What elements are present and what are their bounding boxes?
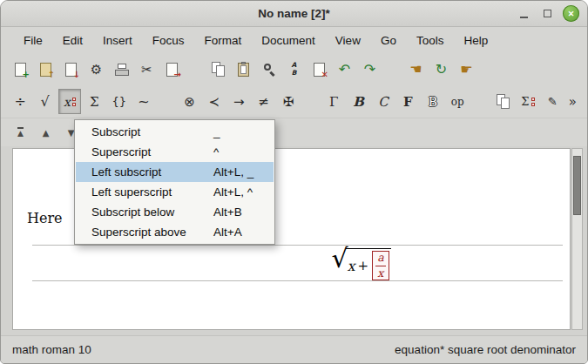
menu-format[interactable]: Format [196, 30, 251, 51]
titlebar[interactable]: No name [2]* ✕ [1, 1, 587, 27]
find-icon[interactable] [257, 57, 280, 82]
save-document-icon[interactable]: ↓ [59, 57, 83, 82]
pages-glyph [212, 62, 226, 77]
menu-item-subscript[interactable]: Subscript _ [76, 122, 274, 142]
menu-item-left-superscript[interactable]: Left superscript Alt+L, ^ [76, 182, 274, 202]
negation-icon[interactable]: ≠ [252, 89, 274, 114]
redo-icon[interactable]: ↷ [358, 57, 382, 82]
subsup-marks [531, 98, 535, 106]
reload-icon[interactable]: ↻ [429, 57, 453, 82]
cards-glyph [497, 94, 510, 109]
app-window: No name [2]* ✕ File Edit Insert Focus Fo… [0, 0, 588, 364]
subsup-marks [72, 98, 76, 106]
shortcut-label: Alt+B [213, 206, 267, 219]
toolbar-overflow-icon[interactable]: » [565, 89, 581, 114]
forward-icon[interactable]: ☛ [455, 57, 478, 82]
shortcut-label: Alt+L, ^ [213, 185, 267, 199]
wide-accent-icon[interactable]: ~ [132, 89, 155, 114]
statusbar: math roman 10 equation* square root deno… [1, 335, 587, 363]
pencil-icon[interactable]: ✎ [541, 89, 564, 114]
vertical-scrollbar[interactable] [571, 148, 583, 330]
shortcut-label: Alt+L, _ [213, 165, 267, 179]
square-root-icon[interactable]: √ [33, 89, 56, 114]
printer-glyph [115, 64, 129, 76]
fraction-icon[interactable]: ÷ [9, 89, 31, 114]
sum-limits-icon[interactable]: Σ [517, 89, 539, 114]
square-root-expression: √ x + a x [331, 246, 390, 280]
bold-letter-icon[interactable]: B [348, 89, 370, 114]
back-icon[interactable]: ☚ [404, 57, 428, 82]
page-glyph: → [166, 63, 178, 77]
close-document-icon[interactable]: ✕ [308, 57, 331, 82]
binary-relation-icon[interactable]: ≺ [203, 89, 226, 114]
circled-operator-icon[interactable]: ⊗ [178, 89, 200, 114]
new-document-icon[interactable]: + [9, 57, 32, 82]
arrow-icon[interactable]: → [227, 89, 250, 114]
menu-go[interactable]: Go [372, 30, 405, 51]
variable-x: x [348, 258, 355, 274]
clipboard-glyph [238, 63, 249, 77]
shortcut-label: _ [213, 125, 267, 138]
big-operator-icon[interactable]: Σ [83, 89, 105, 114]
equation-environment: √ x + a x [32, 245, 563, 281]
minimize-button[interactable] [516, 5, 532, 22]
structure-dropdown-menu: Subscript _ Superscript ^ Left subscript… [74, 119, 275, 245]
copy-icon[interactable] [206, 57, 230, 82]
open-document-icon[interactable]: ↑ [34, 57, 57, 82]
magnifier-glyph [262, 63, 276, 77]
menu-item-superscript[interactable]: Superscript ^ [76, 142, 274, 162]
window-controls: ✕ [516, 5, 579, 22]
menu-insert[interactable]: Insert [94, 30, 141, 51]
menu-view[interactable]: View [327, 30, 369, 51]
maximize-button[interactable] [539, 5, 556, 22]
close-icon: ✕ [568, 10, 575, 18]
calligraphic-letter-icon[interactable]: C [372, 89, 395, 114]
replace-icon[interactable]: AB [282, 57, 306, 82]
menu-tools[interactable]: Tools [408, 30, 453, 51]
minimize-icon [520, 17, 528, 18]
plus-operator: + [358, 258, 369, 273]
preview-icon[interactable]: ⚙ [84, 57, 108, 82]
math-toolbar: ÷ √ x Σ {} ~ ⊗ ≺ → ≠ ✠ Γ B C F B op Σ ✎ … [1, 85, 587, 118]
operator-icon[interactable]: op [446, 89, 469, 114]
focus-previous-icon[interactable]: ▲ [34, 120, 57, 145]
fraction-denominator: x [375, 268, 385, 280]
folder-glyph: ↑ [40, 63, 51, 77]
close-button[interactable]: ✕ [563, 5, 579, 22]
brackets-icon[interactable]: {} [108, 89, 131, 114]
menu-document[interactable]: Document [253, 30, 324, 51]
focus-exit-icon[interactable]: ▲ [9, 120, 32, 145]
menu-edit[interactable]: Edit [54, 30, 91, 51]
menubar: File Edit Insert Focus Format Document V… [1, 27, 587, 53]
fraktur-letter-icon[interactable]: F [396, 89, 419, 114]
shortcut-label: ^ [213, 145, 267, 158]
miscellaneous-symbol-icon[interactable]: ✠ [277, 89, 300, 114]
menu-item-left-subscript[interactable]: Left subscript Alt+L, _ [76, 162, 274, 182]
cards-icon[interactable] [491, 89, 514, 114]
status-right: equation* square root denominator [395, 343, 576, 356]
cut-icon[interactable]: ✂ [135, 57, 159, 82]
menu-focus[interactable]: Focus [144, 30, 193, 51]
blackboard-letter-icon[interactable]: B [422, 89, 444, 114]
status-left: math roman 10 [12, 343, 91, 356]
print-icon[interactable] [110, 57, 133, 82]
shortcut-label: Alt+A [213, 226, 267, 239]
subscript-superscript-icon[interactable]: x [58, 89, 81, 114]
undo-icon[interactable]: ↶ [333, 57, 356, 82]
menu-item-superscript-above[interactable]: Superscript above Alt+A [76, 222, 274, 242]
radicand: x + a x [346, 248, 391, 280]
scrollbar-thumb[interactable] [573, 156, 581, 215]
fraction-focus-box: a x [372, 251, 389, 280]
paste-icon[interactable] [232, 57, 255, 82]
fraction-numerator: a [375, 253, 385, 266]
paragraph-text: Here [27, 210, 63, 226]
export-icon[interactable]: → [160, 57, 184, 82]
window-title: No name [2]* [1, 1, 587, 27]
menu-item-subscript-below[interactable]: Subscript below Alt+B [76, 202, 274, 222]
main-toolbar: + ↑ ↓ ⚙ ✂ → AB ✕ ↶ ↷ ☚ ↻ ☛ [1, 53, 587, 85]
page-glyph: ↓ [65, 63, 77, 77]
greek-letter-icon[interactable]: Γ [322, 89, 345, 114]
menu-help[interactable]: Help [455, 30, 497, 51]
a-to-b-glyph: AB [292, 62, 297, 77]
menu-file[interactable]: File [15, 30, 51, 51]
